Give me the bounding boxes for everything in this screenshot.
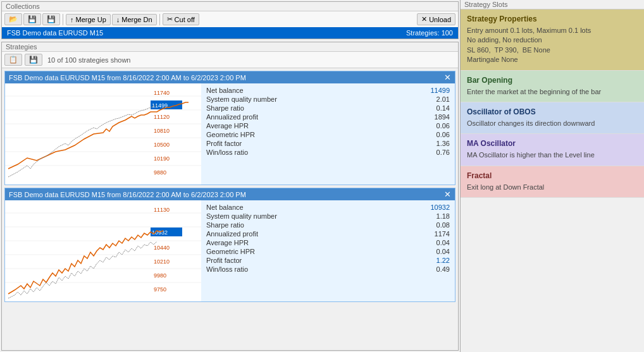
save-strategy-button[interactable]: 💾 xyxy=(25,54,42,66)
slot-oscillator-obos-title: Oscillator of OBOS xyxy=(467,107,638,116)
svg-text:11120: 11120 xyxy=(154,114,170,120)
stat-row: Win/loss ratio 0.76 xyxy=(206,148,450,157)
strategy-card-1-chart: 11740 11120 10810 10500 10190 9880 11499 xyxy=(5,83,201,185)
save-icon: 💾 xyxy=(28,15,37,23)
slot-ma-oscillator[interactable]: MA Oscillator MA Oscillator is higher th… xyxy=(461,134,644,166)
slot-ma-oscillator-title: MA Oscillator xyxy=(467,139,638,148)
selected-collection-bar[interactable]: FSB Demo data EURUSD M15 Strategies: 100 xyxy=(2,27,458,39)
slot-fractal[interactable]: Fractal Exit long at Down Fractal xyxy=(461,166,644,198)
scissors-icon: ✂ xyxy=(167,15,173,23)
stat-row: Sharpe ratio 0.08 xyxy=(206,221,450,229)
strategy-slots-header: Strategy Slots xyxy=(461,0,644,9)
stat-row: Average HPR 0.04 xyxy=(206,238,450,247)
stat-row: Annualized profit 1174 xyxy=(206,229,450,238)
svg-text:10190: 10190 xyxy=(154,155,170,162)
collections-toolbar: 📂 💾 💾 ↑ Merge Up ↓ Merge Dn xyxy=(2,11,458,27)
stat-row: Profit factor 1.36 xyxy=(206,139,450,148)
stat-row: Net balance 10932 xyxy=(206,203,450,212)
merge-up-button[interactable]: ↑ Merge Up xyxy=(66,14,111,25)
slot-ma-oscillator-desc: MA Oscillator is higher than the Level l… xyxy=(467,150,638,160)
save-as-button[interactable]: 💾 xyxy=(42,13,60,25)
slot-strategy-properties-desc: Entry amount 0.1 lots, Maximum 0.1 lots … xyxy=(467,26,638,65)
strategy-card-1-title: FSB Demo data EURUSD M15 from 8/16/2022 … xyxy=(9,74,246,82)
stat-row: System quality number 1.18 xyxy=(206,212,450,221)
strategies-shown: 10 of 100 strategies shown xyxy=(47,56,130,64)
cut-off-label: Cut off xyxy=(175,16,195,23)
save-strategy-icon: 💾 xyxy=(29,56,38,64)
merge-dn-label: Merge Dn xyxy=(121,16,152,23)
separator-2 xyxy=(159,14,160,25)
svg-text:9980: 9980 xyxy=(154,272,166,279)
arrow-up-icon: ↑ xyxy=(70,16,74,23)
stat-row: Sharpe ratio 0.14 xyxy=(206,104,450,112)
svg-text:11130: 11130 xyxy=(154,207,170,213)
strategies-count: Strategies: 100 xyxy=(406,29,453,37)
svg-text:9750: 9750 xyxy=(154,286,166,293)
stat-row: Annualized profit 1894 xyxy=(206,112,450,121)
slot-bar-opening[interactable]: Bar Opening Enter the market at the begi… xyxy=(461,71,644,102)
svg-text:10210: 10210 xyxy=(154,258,170,265)
slot-fractal-desc: Exit long at Down Fractal xyxy=(467,183,638,192)
arrow-down-icon: ↓ xyxy=(116,16,120,23)
strategy-card-1-body: 11740 11120 10810 10500 10190 9880 11499 xyxy=(5,83,455,185)
strategies-list: FSB Demo data EURUSD M15 from 8/16/2022 … xyxy=(2,68,458,350)
svg-text:9880: 9880 xyxy=(154,169,166,176)
strategy-card-1-header: FSB Demo data EURUSD M15 from 8/16/2022 … xyxy=(5,71,455,83)
collections-header: Collections xyxy=(2,2,458,11)
svg-text:10932: 10932 xyxy=(152,229,168,236)
save-button[interactable]: 💾 xyxy=(23,13,41,25)
strategy-card-1-close[interactable]: ✕ xyxy=(444,73,451,82)
svg-text:11740: 11740 xyxy=(154,90,170,96)
copy-icon: 📋 xyxy=(9,56,18,64)
slot-bar-opening-desc: Enter the market at the beginning of the… xyxy=(467,87,638,97)
strategy-card-1-stats: Net balance 11499 System quality number … xyxy=(201,83,455,185)
stat-row: Average HPR 0.06 xyxy=(206,121,450,130)
open-button[interactable]: 📂 xyxy=(4,13,22,25)
slot-strategy-properties-title: Strategy Properties xyxy=(467,15,638,23)
stat-row: Geometric HPR 0.06 xyxy=(206,130,450,139)
slot-bar-opening-title: Bar Opening xyxy=(467,76,638,85)
strategy-card-2-chart: 11130 10670 10440 10210 9980 9750 10932 xyxy=(5,200,201,301)
strategy-card-2-header: FSB Demo data EURUSD M15 from 8/16/2022 … xyxy=(5,188,455,200)
strategy-card-1: FSB Demo data EURUSD M15 from 8/16/2022 … xyxy=(4,71,455,185)
merge-dn-button[interactable]: ↓ Merge Dn xyxy=(112,14,157,25)
svg-text:10500: 10500 xyxy=(154,142,170,148)
merge-up-label: Merge Up xyxy=(76,16,106,23)
strategy-card-2-close[interactable]: ✕ xyxy=(444,190,451,198)
right-panel: Strategy Slots Strategy Properties Entry… xyxy=(461,0,644,352)
slot-oscillator-obos-desc: Oscillator changes its direction downwar… xyxy=(467,119,638,128)
slot-fractal-title: Fractal xyxy=(467,171,638,180)
strategy-card-2-title: FSB Demo data EURUSD M15 from 8/16/2022 … xyxy=(9,191,246,198)
cut-off-button[interactable]: ✂ Cut off xyxy=(163,13,199,25)
strategies-toolbar: 📋 💾 10 of 100 strategies shown xyxy=(2,52,458,68)
strategy-card-2: FSB Demo data EURUSD M15 from 8/16/2022 … xyxy=(4,188,455,302)
stat-row: Profit factor 1.22 xyxy=(206,256,450,265)
stat-row: System quality number 2.01 xyxy=(206,95,450,104)
unload-button[interactable]: ✕ Unload xyxy=(417,13,455,25)
save-as-icon: 💾 xyxy=(47,15,56,23)
svg-text:10810: 10810 xyxy=(154,128,170,134)
strategies-header: Strategies xyxy=(2,42,458,52)
stat-row: Net balance 11499 xyxy=(206,86,450,95)
slot-strategy-properties[interactable]: Strategy Properties Entry amount 0.1 lot… xyxy=(461,9,644,71)
svg-text:10440: 10440 xyxy=(154,245,170,251)
strategy-card-2-stats: Net balance 10932 System quality number … xyxy=(201,200,455,301)
slot-oscillator-obos[interactable]: Oscillator of OBOS Oscillator changes it… xyxy=(461,102,644,134)
strategy-card-2-body: 11130 10670 10440 10210 9980 9750 10932 xyxy=(5,200,455,301)
stat-row: Win/loss ratio 0.49 xyxy=(206,265,450,274)
x-icon: ✕ xyxy=(421,15,427,23)
stat-row: Geometric HPR 0.04 xyxy=(206,247,450,256)
copy-button[interactable]: 📋 xyxy=(4,54,22,66)
unload-label: Unload xyxy=(429,16,451,23)
separator-1 xyxy=(63,14,63,25)
open-icon: 📂 xyxy=(9,15,18,23)
selected-collection-name: FSB Demo data EURUSD M15 xyxy=(7,29,103,37)
